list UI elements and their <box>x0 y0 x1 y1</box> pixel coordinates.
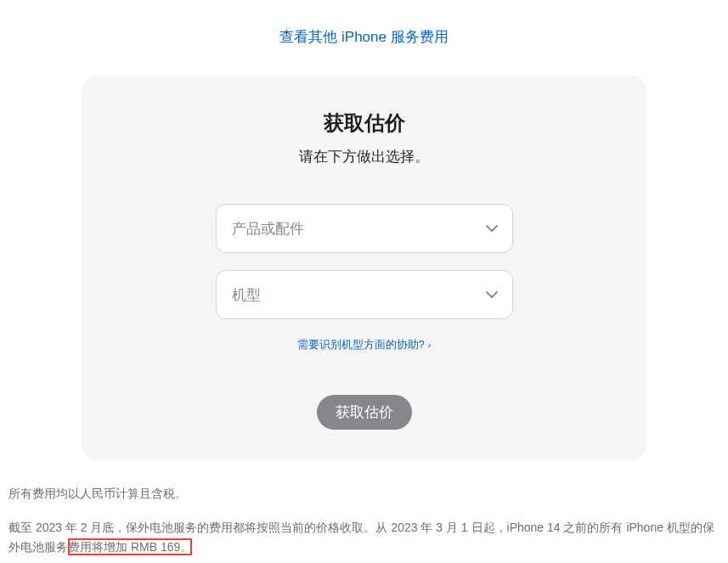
view-other-services-link[interactable]: 查看其他 iPhone 服务费用 <box>279 29 448 45</box>
product-select-placeholder: 产品或配件 <box>232 219 304 239</box>
model-select-placeholder: 机型 <box>232 285 261 305</box>
chevron-right-icon: › <box>428 340 432 350</box>
highlighted-price-text: 费用将增加 RMB 169。 <box>68 540 192 554</box>
model-select-wrapper: 机型 <box>216 270 513 319</box>
help-link-container: 需要识别机型方面的协助?› <box>116 336 612 352</box>
get-estimate-button[interactable]: 获取估价 <box>317 395 412 430</box>
product-select[interactable]: 产品或配件 <box>216 204 513 253</box>
estimate-card: 获取估价 请在下方做出选择。 产品或配件 机型 需要识别机型方面的协助?› 获取… <box>82 76 646 460</box>
model-select[interactable]: 机型 <box>216 270 513 319</box>
help-link-label: 需要识别机型方面的协助? <box>297 338 425 351</box>
identify-model-help-link[interactable]: 需要识别机型方面的协助?› <box>297 338 432 351</box>
card-title: 获取估价 <box>116 110 612 137</box>
top-link-container: 查看其他 iPhone 服务费用 <box>0 0 728 67</box>
footnotes-section: 所有费用均以人民币计算且含税。 截至 2023 年 2 月底，保外电池服务的费用… <box>8 484 720 556</box>
footnote-price-increase: 截至 2023 年 2 月底，保外电池服务的费用都将按照当前的价格收取。从 20… <box>8 518 720 556</box>
footnote-currency: 所有费用均以人民币计算且含税。 <box>8 484 720 503</box>
card-subtitle: 请在下方做出选择。 <box>116 147 612 166</box>
product-select-wrapper: 产品或配件 <box>216 204 513 253</box>
